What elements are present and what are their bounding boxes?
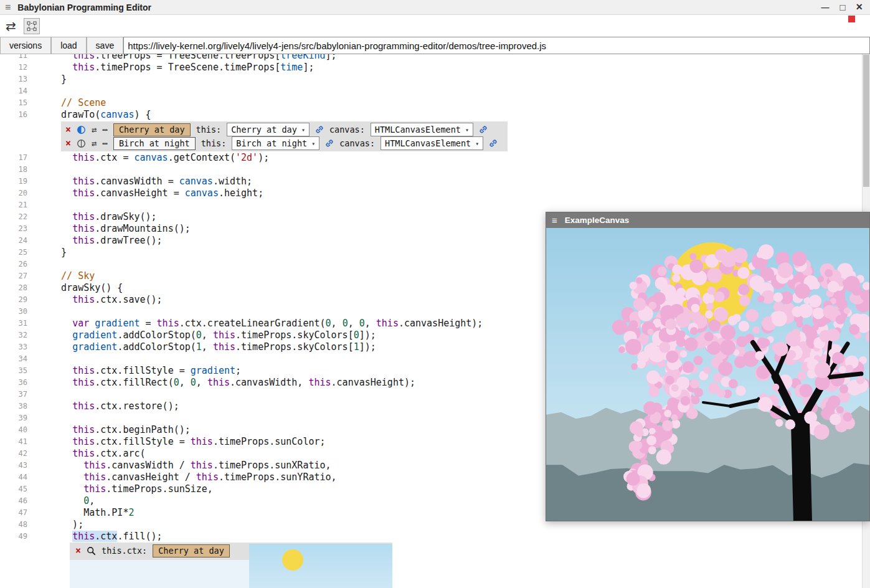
code-text[interactable]: this.ctx.fillStyle = gradient; (27, 365, 241, 377)
line-number: 35 (0, 365, 27, 377)
code-text[interactable]: this.canvasWidth = canvas.width; (27, 176, 252, 187)
code-text[interactable]: 0, (27, 495, 95, 507)
switch-example-icon[interactable]: ⇄ (92, 125, 97, 134)
code-text[interactable]: this.ctx.restore(); (27, 401, 179, 412)
code-line-14[interactable]: 14 (0, 85, 863, 97)
minimize-button[interactable]: — (821, 2, 829, 12)
example-active-toggle-icon[interactable] (77, 125, 86, 135)
save-button[interactable]: save (87, 37, 124, 54)
line-number: 23 (0, 223, 27, 235)
load-button[interactable]: load (51, 37, 86, 54)
code-line-17[interactable]: 17 this.ctx = canvas.getContext('2d'); (0, 152, 863, 164)
code-text[interactable]: } (27, 74, 67, 85)
link-icon[interactable] (325, 139, 334, 148)
line-number: 11 (0, 54, 27, 62)
code-text[interactable]: this.timeProps.sunSize, (27, 483, 213, 495)
binding-label: this: (201, 138, 227, 148)
menu-icon[interactable]: ≡ (5, 2, 11, 12)
example-canvas-titlebar[interactable]: ≡ ExampleCanvas (546, 212, 869, 228)
binding-value-dropdown[interactable]: HTMLCanvasElement ▾ (381, 136, 483, 150)
link-icon[interactable] (489, 139, 498, 148)
code-text[interactable]: ); (27, 519, 83, 531)
code-text[interactable]: this.drawSky(); (27, 211, 157, 223)
example-name-button[interactable]: Cherry at day (113, 123, 191, 136)
binding-value-dropdown[interactable]: HTMLCanvasElement ▾ (371, 123, 473, 136)
window-controls: — □ × (821, 1, 863, 14)
code-text[interactable]: this.timeProps = TreeScene.timeProps[tim… (27, 62, 314, 74)
probe-example-button[interactable]: Cherry at day (153, 544, 230, 557)
more-options-icon[interactable]: ⋯ (102, 139, 107, 148)
line-number: 29 (0, 294, 27, 306)
code-text[interactable]: this.ctx = canvas.getContext('2d'); (27, 152, 269, 164)
switch-example-icon[interactable]: ⇄ (92, 139, 97, 148)
line-number: 48 (0, 519, 27, 531)
code-text[interactable]: gradient.addColorStop(1, this.timeProps.… (27, 341, 376, 353)
code-text[interactable]: this.ctx.fillStyle = this.timeProps.sunC… (27, 436, 326, 448)
line-number: 38 (0, 401, 27, 412)
binding-value-dropdown[interactable]: Cherry at day ▾ (227, 123, 310, 136)
sync-button[interactable]: ⇄ (4, 20, 17, 32)
code-text[interactable]: drawTo(canvas) { (27, 109, 151, 121)
code-text[interactable]: this.canvasHeight / this.timeProps.sunYR… (27, 472, 337, 483)
code-text[interactable]: this.drawTree(); (27, 235, 163, 247)
code-text[interactable]: } (27, 247, 67, 258)
code-text[interactable] (27, 164, 50, 176)
url-input[interactable] (123, 37, 870, 54)
close-button[interactable]: × (856, 1, 863, 14)
menu-icon[interactable]: ≡ (552, 216, 557, 225)
code-line-18[interactable]: 18 (0, 164, 863, 176)
code-text[interactable]: this.ctx.beginPath(); (27, 424, 191, 436)
remove-example-icon[interactable]: × (65, 139, 71, 148)
code-text[interactable] (27, 258, 50, 270)
code-text[interactable]: this.canvasWidth / this.timeProps.sunXRa… (27, 460, 331, 472)
code-line-13[interactable]: 13 } (0, 74, 863, 85)
maximize-button[interactable]: □ (839, 2, 845, 12)
line-number: 15 (0, 97, 27, 109)
code-text[interactable]: this.ctx.fillRect(0, 0, this.canvasWidth… (27, 377, 415, 389)
code-line-11[interactable]: 11 this.treeProps = TreeScene.treeProps[… (0, 54, 863, 62)
code-text[interactable] (27, 353, 50, 365)
line-number: 25 (0, 247, 27, 258)
code-text[interactable]: // Scene (27, 97, 106, 109)
code-text[interactable] (27, 85, 50, 97)
more-options-icon[interactable]: ⋯ (102, 125, 107, 134)
code-text[interactable]: this.drawMountains(); (27, 223, 191, 235)
code-line-15[interactable]: 15 // Scene (0, 97, 863, 109)
line-number: 19 (0, 176, 27, 187)
code-line-12[interactable]: 12 this.timeProps = TreeScene.timeProps[… (0, 62, 863, 74)
code-text[interactable] (27, 412, 50, 424)
probe-expression: this.ctx: (102, 546, 147, 556)
link-icon[interactable] (315, 125, 324, 134)
code-line-19[interactable]: 19 this.canvasWidth = canvas.width; (0, 176, 863, 187)
code-text[interactable] (27, 389, 50, 401)
binding-label: this: (196, 125, 222, 135)
code-line-49[interactable]: 49 this.ctx.fill(); (0, 531, 863, 543)
remove-probe-icon[interactable]: × (75, 546, 81, 556)
select-region-button[interactable] (24, 18, 40, 34)
probe-widget: × this.ctx: Cherry at day (70, 543, 392, 588)
scrollbar-thumb[interactable] (863, 55, 869, 187)
line-number: 36 (0, 377, 27, 389)
versions-button[interactable]: versions (0, 37, 51, 54)
code-text[interactable] (27, 199, 50, 211)
code-text[interactable]: this.ctx.fill(); (27, 531, 163, 543)
example-inactive-toggle-icon[interactable] (77, 139, 86, 148)
example-name-button[interactable]: Birch at night (113, 137, 196, 150)
code-text[interactable]: this.ctx.arc( (27, 448, 146, 460)
code-text[interactable]: // Sky (27, 270, 95, 282)
code-text[interactable]: this.ctx.save(); (27, 294, 163, 306)
code-text[interactable] (27, 306, 50, 318)
code-line-21[interactable]: 21 (0, 199, 863, 211)
code-text[interactable]: drawSky() { (27, 282, 123, 294)
code-line-20[interactable]: 20 this.canvasHeight = canvas.height; (0, 187, 863, 199)
binding-value-dropdown[interactable]: Birch at night ▾ (232, 136, 319, 150)
code-line-16[interactable]: 16 drawTo(canvas) { (0, 109, 863, 121)
code-text[interactable]: Math.PI*2 (27, 507, 134, 519)
link-icon[interactable] (479, 125, 488, 134)
remove-example-icon[interactable]: × (65, 125, 71, 135)
line-number: 17 (0, 152, 27, 164)
code-text[interactable]: var gradient = this.ctx.createLinearGrad… (27, 318, 483, 330)
code-text[interactable]: this.canvasHeight = canvas.height; (27, 187, 263, 199)
code-text[interactable]: gradient.addColorStop(0, this.timeProps.… (27, 330, 376, 341)
code-text[interactable]: this.treeProps = TreeScene.treeProps[tre… (27, 54, 337, 62)
